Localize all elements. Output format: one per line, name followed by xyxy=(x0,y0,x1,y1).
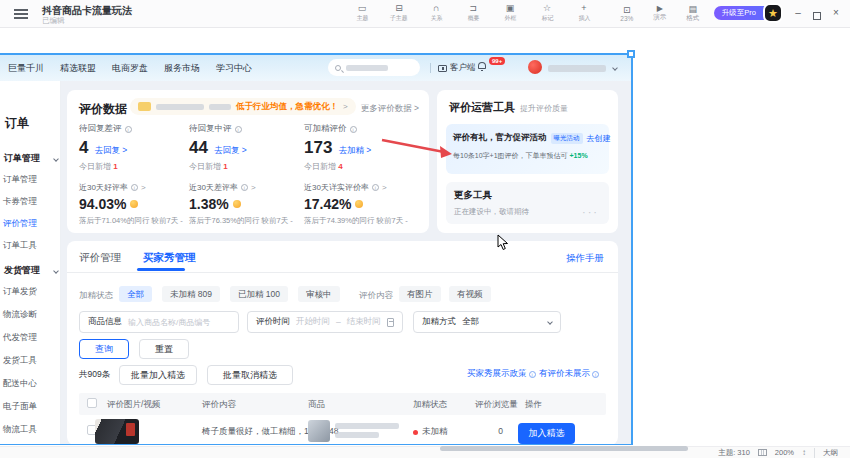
chip-reviewing[interactable]: 审核中 xyxy=(298,286,340,302)
format-button[interactable]: ▤格式 xyxy=(681,4,705,23)
blurred-placeholder xyxy=(346,65,388,71)
sidebar-title: 订单 xyxy=(5,115,29,132)
marker-button[interactable]: ☆标记 xyxy=(534,3,560,22)
sidebar-item-order-tools[interactable]: 订单工具 xyxy=(3,240,37,252)
medal-icon xyxy=(130,200,138,208)
info-icon[interactable]: i xyxy=(235,126,242,133)
relation-button[interactable]: ∩关系 xyxy=(423,3,449,22)
chip-has-image[interactable]: 有图片 xyxy=(399,286,441,302)
review-time-range-input[interactable]: 评价时间 开始时间 – 结束时间 xyxy=(247,311,403,333)
medal-icon xyxy=(355,200,363,208)
minimap-icon[interactable] xyxy=(758,449,767,456)
chip-featured[interactable]: 已加精 100 xyxy=(230,286,288,302)
zoom-updown-icon[interactable]: ↕ xyxy=(802,448,806,457)
sidebar-group-order[interactable]: 订单管理 xyxy=(4,152,58,165)
screenshot-image[interactable]: 巨量千川 精选联盟 电商罗盘 服务市场 学习中心 客户端 99+ xyxy=(0,55,631,444)
more-review-data-link[interactable]: 更多评价数据 > xyxy=(361,103,419,115)
query-button[interactable]: 查询 xyxy=(79,339,129,359)
review-tools-card: 评价运营工具 提升评价质量 评价有礼，官方促评活动 曝光活动 去创建 每10条1… xyxy=(437,90,618,233)
info-icon[interactable]: i xyxy=(131,184,138,191)
search-icon xyxy=(335,65,341,71)
nav-xuexizhongxin[interactable]: 学习中心 xyxy=(216,62,252,75)
app-logo-icon: ★ xyxy=(763,3,783,23)
info-icon[interactable]: i xyxy=(241,184,248,191)
notifications-button[interactable] xyxy=(478,62,486,69)
nav-dianshangluopan[interactable]: 电商罗盘 xyxy=(112,62,148,75)
select-all-checkbox[interactable] xyxy=(87,398,97,408)
nav-jingxuanlianmeng[interactable]: 精选联盟 xyxy=(60,62,96,75)
close-button[interactable]: × xyxy=(830,3,842,23)
nav-juliangqianchuan[interactable]: 巨量千川 xyxy=(8,62,44,75)
add-to-featured-button[interactable]: 加入精选 xyxy=(518,423,575,444)
not-shown-link[interactable]: 有评价未展示i xyxy=(539,368,599,380)
chevron-down-icon[interactable] xyxy=(612,65,618,71)
zoom-level-button[interactable]: ⊡23% xyxy=(615,5,639,22)
restore-button[interactable] xyxy=(813,12,821,20)
sidebar-group-shipping[interactable]: 发货管理 xyxy=(4,264,58,277)
sidebar-item-review-manage[interactable]: 评价管理 xyxy=(3,218,37,230)
create-link[interactable]: 去创建 xyxy=(587,133,611,144)
info-icon[interactable]: i xyxy=(125,126,132,133)
go-feature-link[interactable]: 去加精 > xyxy=(338,145,371,157)
info-icon: i xyxy=(529,371,536,378)
display-policy-link[interactable]: 买家秀展示政策i xyxy=(467,368,536,380)
sidebar-item-e-waybill[interactable]: 电子面单 xyxy=(3,401,37,413)
horizontal-scrollbar[interactable] xyxy=(440,446,688,451)
blurred-shop-name xyxy=(548,65,606,72)
promo-review-gift[interactable]: 评价有礼，官方促评活动 曝光活动 去创建 每10条10字+1图评价，下单率预估可… xyxy=(446,124,609,174)
selection-border-bottom xyxy=(0,444,633,445)
manual-link[interactable]: 操作手册 xyxy=(566,252,604,265)
red-annotation-arrow[interactable] xyxy=(378,133,462,165)
present-button[interactable]: ▶演示 xyxy=(648,4,672,22)
go-reply-link[interactable]: 去回复 > xyxy=(94,145,127,157)
table-row[interactable]: 椅子质量很好，做工精细，1.7米148 未加精 0 加入精选 xyxy=(79,415,606,444)
minimize-button[interactable]: – xyxy=(792,3,804,23)
info-icon[interactable]: i xyxy=(372,184,379,191)
outline-button[interactable]: 大纲 xyxy=(814,448,838,458)
format-icon: ▤ xyxy=(689,4,698,14)
batch-add-button[interactable]: 批量加入精选 xyxy=(119,365,197,385)
info-icon[interactable]: i xyxy=(350,126,357,133)
go-reply-link[interactable]: 去回复 > xyxy=(214,145,247,157)
shop-avatar[interactable] xyxy=(528,60,542,74)
industry-warning-banner[interactable]: 低于行业均值，急需优化！ > xyxy=(130,98,356,115)
card-title: 评价数据 xyxy=(79,101,127,118)
summary-button[interactable]: ⊐概要 xyxy=(460,3,486,22)
topic-button[interactable]: ▭主题 xyxy=(349,3,375,22)
zoom-level[interactable]: 200% xyxy=(775,448,794,457)
chip-has-video[interactable]: 有视频 xyxy=(449,286,491,302)
sidebar-item-logistics-tools[interactable]: 物流工具 xyxy=(3,424,37,436)
feature-status: 未加精 xyxy=(413,426,448,438)
reset-button[interactable]: 重置 xyxy=(139,339,189,359)
insert-button[interactable]: +插入 xyxy=(571,3,597,22)
filter-status-label: 加精状态 xyxy=(79,290,113,302)
chip-not-featured[interactable]: 未加精 809 xyxy=(162,286,220,302)
sidebar-item-ship-tools[interactable]: 发货工具 xyxy=(3,355,37,367)
review-media-thumbnail[interactable] xyxy=(95,419,139,444)
sidebar-item-card-coupon[interactable]: 卡券管理 xyxy=(3,196,37,208)
tab-buyer-show[interactable]: 买家秀管理 xyxy=(143,251,196,265)
toolbar: ▭主题 ⊟子主题 ∩关系 ⊐概要 ▣外框 ☆标记 +插入 xyxy=(349,3,597,22)
sidebar-item-order-ship[interactable]: 订单发货 xyxy=(3,286,37,298)
sidebar-item-order-manage[interactable]: 订单管理 xyxy=(3,174,37,186)
tab-review-manage[interactable]: 评价管理 xyxy=(79,251,121,265)
subtopic-button[interactable]: ⊟子主题 xyxy=(386,3,412,22)
sidebar-item-delivery-center[interactable]: 配送中心 xyxy=(3,378,37,390)
sidebar-item-logistics-diagnosis[interactable]: 物流诊断 xyxy=(3,309,37,321)
titlebar: 抖音商品卡流量玩法 已编辑 ▭主题 ⊟子主题 ∩关系 ⊐概要 ▣外框 ☆标记 +… xyxy=(0,0,850,28)
chip-all[interactable]: 全部 xyxy=(119,286,152,302)
sidebar-item-consign-manage[interactable]: 代发管理 xyxy=(3,332,37,344)
zoom-fit-icon: ⊡ xyxy=(623,5,631,15)
product-search-input[interactable]: 商品信息 输入商品名称/商品编号 xyxy=(79,311,239,333)
feature-mode-select[interactable]: 加精方式 全部 xyxy=(413,311,561,333)
client-download-button[interactable]: 客户端 xyxy=(438,62,476,74)
info-icon: i xyxy=(592,371,599,378)
hamburger-menu-icon[interactable] xyxy=(14,9,28,19)
selection-border-right[interactable] xyxy=(631,53,633,445)
chevron-right: > xyxy=(343,102,348,111)
selection-resize-handle[interactable] xyxy=(627,50,635,58)
nav-fuwushichang[interactable]: 服务市场 xyxy=(164,62,200,75)
boundary-button[interactable]: ▣外框 xyxy=(497,3,523,22)
batch-remove-button[interactable]: 批量取消精选 xyxy=(207,365,293,385)
search-input[interactable] xyxy=(328,59,420,76)
